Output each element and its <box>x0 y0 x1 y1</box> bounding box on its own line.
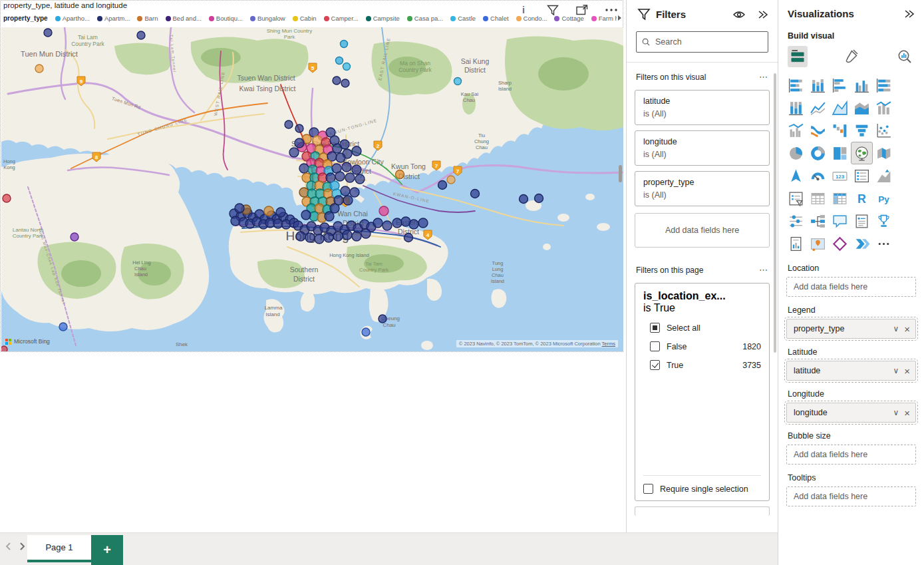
viz-icon-python[interactable]: Py <box>873 187 895 210</box>
map-bubble[interactable] <box>35 65 43 73</box>
map-bubble[interactable] <box>71 233 78 241</box>
field-pill[interactable]: property_type∨× <box>786 319 916 339</box>
remove-field-icon[interactable]: × <box>904 407 910 419</box>
chevron-down-icon[interactable]: ∨ <box>893 324 899 333</box>
filter-option-row[interactable]: Select all <box>643 323 761 333</box>
viz-icon-power-apps[interactable] <box>829 232 851 255</box>
map-bubble[interactable] <box>361 229 371 238</box>
map-bubble[interactable] <box>520 195 528 204</box>
map-bubble[interactable] <box>352 146 361 156</box>
viz-icon-arcgis-map[interactable] <box>807 232 829 255</box>
viz-icon-area[interactable] <box>829 96 851 119</box>
legend-item[interactable]: Boutiqu... <box>209 15 243 22</box>
map-bubble[interactable] <box>350 188 359 197</box>
legend-item[interactable]: Barn <box>137 15 158 22</box>
legend-item[interactable]: Bungalow <box>250 15 285 22</box>
info-icon[interactable]: i <box>516 3 531 17</box>
map-bubble[interactable] <box>355 174 365 184</box>
viz-icon-clustered-bar[interactable] <box>829 74 851 96</box>
map-bubble[interactable] <box>352 232 361 241</box>
viz-icon-line-stacked-column[interactable] <box>873 96 895 119</box>
map-bubble[interactable] <box>392 218 402 228</box>
viz-icon-decomposition-tree[interactable] <box>807 210 829 232</box>
map-bubble[interactable] <box>373 218 383 228</box>
map-bubble[interactable] <box>343 196 353 205</box>
map-bubble[interactable] <box>330 204 339 213</box>
filter-option-row[interactable]: True3735 <box>643 360 761 370</box>
checkbox-unchecked[interactable] <box>650 341 660 351</box>
map-bubble[interactable] <box>296 232 305 241</box>
map-bubble[interactable] <box>336 57 343 65</box>
prev-page-icon[interactable] <box>5 542 11 550</box>
map-canvas[interactable]: 98521774 Tuen Mun DistrictTai LamCountry… <box>1 27 623 351</box>
legend-item[interactable]: Apartho... <box>55 15 90 22</box>
map-bubble[interactable] <box>471 190 480 198</box>
add-data-fields-dropzone[interactable]: Add data fields here <box>635 213 770 248</box>
empty-field-well[interactable]: Add data fields here <box>786 486 916 506</box>
viz-icon-treemap[interactable] <box>829 142 851 164</box>
map-bubble[interactable] <box>341 79 349 87</box>
map-bubble[interactable] <box>333 77 341 85</box>
map-bubble[interactable] <box>447 176 455 184</box>
map-bubble[interactable] <box>404 234 413 242</box>
tab-analytics[interactable] <box>895 46 915 67</box>
viz-icon-scatter[interactable] <box>873 119 895 142</box>
map-bubble[interactable] <box>341 186 350 196</box>
collapse-pane-icon[interactable] <box>904 9 915 19</box>
map-bubble[interactable] <box>299 164 309 173</box>
map-bubble[interactable] <box>264 206 273 216</box>
map-bubble[interactable] <box>325 212 334 221</box>
map-bubble[interactable] <box>438 181 447 190</box>
map-bubble[interactable] <box>336 153 345 162</box>
legend-item[interactable]: Casa pa... <box>407 15 443 22</box>
checkbox-checked[interactable] <box>650 360 660 370</box>
map-bubble[interactable] <box>335 172 345 181</box>
viz-icon-donut[interactable] <box>807 142 829 164</box>
tab-format-visual[interactable] <box>841 46 861 67</box>
map-bubble[interactable] <box>341 41 348 48</box>
more-options-icon[interactable] <box>604 3 619 17</box>
tab-build-visual[interactable] <box>788 46 808 67</box>
viz-icon-pie[interactable] <box>785 142 807 164</box>
collapse-pane-icon[interactable] <box>758 10 768 19</box>
next-page-icon[interactable] <box>20 542 25 550</box>
filters-search-box[interactable] <box>636 31 768 53</box>
map-bubble[interactable] <box>418 218 428 228</box>
viz-icon-gauge[interactable] <box>807 164 829 187</box>
new-page-button[interactable]: + <box>91 535 123 565</box>
map-bubble[interactable] <box>396 170 404 179</box>
viz-icon-slicer[interactable] <box>785 187 807 210</box>
map-bubble[interactable] <box>235 204 244 213</box>
map-bubble[interactable] <box>379 206 388 216</box>
viz-icon-paginated-report[interactable] <box>785 232 807 255</box>
legend-item[interactable]: Castle <box>450 15 476 22</box>
map-bubble[interactable] <box>454 78 462 85</box>
checkbox-indeterminate[interactable] <box>650 323 660 333</box>
page-tab[interactable]: Page 1 <box>27 535 91 562</box>
viz-icon-multi-row-card[interactable] <box>851 164 873 187</box>
viz-icon-matrix[interactable] <box>829 187 851 210</box>
viz-icon-kpi[interactable] <box>873 164 895 187</box>
map-bubble[interactable] <box>379 315 386 323</box>
map-bubble[interactable] <box>324 233 333 242</box>
search-input[interactable] <box>655 37 762 47</box>
filter-card[interactable]: latitudeis (All) <box>635 90 770 125</box>
legend-item[interactable]: Apartm... <box>97 15 130 22</box>
section-more-icon[interactable]: ⋯ <box>759 265 768 275</box>
require-single-selection-checkbox[interactable] <box>643 484 653 494</box>
legend-item[interactable]: Camper... <box>324 15 359 22</box>
map-bubble[interactable] <box>1 346 7 351</box>
map-bubble[interactable] <box>289 148 299 157</box>
viz-icon-stacked-area[interactable] <box>851 96 873 119</box>
viz-icon-waterfall[interactable] <box>829 119 851 142</box>
remove-field-icon[interactable]: × <box>904 323 910 335</box>
map-bubble[interactable] <box>3 194 11 202</box>
map-visual[interactable]: property_type, latitude and longitude pr… <box>0 0 623 352</box>
viz-icon-line-clustered-column[interactable] <box>785 119 807 142</box>
viz-icon-stacked-column[interactable] <box>807 74 829 96</box>
viz-icon-p100-bar[interactable] <box>873 74 895 96</box>
viz-icon-map[interactable] <box>851 142 873 164</box>
filter-card[interactable]: property_typeis (All) <box>635 171 770 206</box>
map-bubble[interactable] <box>295 138 304 148</box>
viz-icon-azure-map[interactable] <box>785 164 807 187</box>
